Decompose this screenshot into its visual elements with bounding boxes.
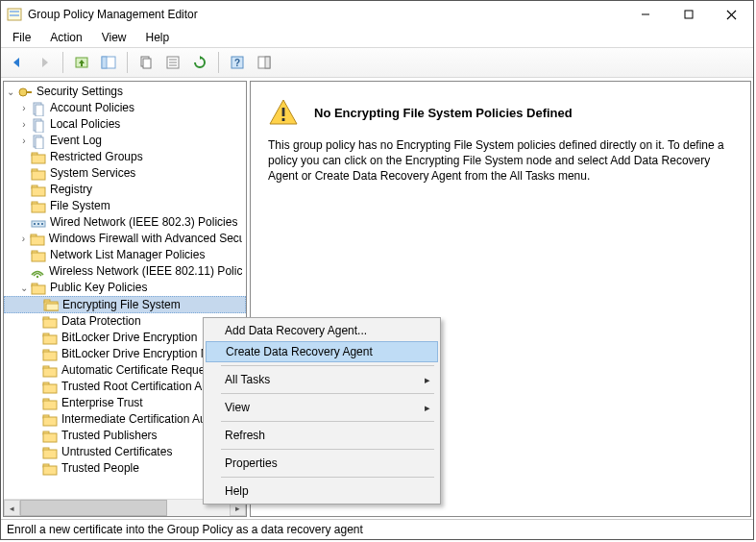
svg-rect-19	[265, 57, 270, 68]
cm-refresh[interactable]: Refresh	[206, 425, 438, 446]
svg-point-20	[19, 88, 27, 96]
tree-item[interactable]: ›Event Log	[4, 133, 246, 149]
collapse-icon[interactable]: ⌄	[17, 280, 31, 296]
svg-rect-38	[37, 223, 39, 225]
titlebar: Group Policy Management Editor	[1, 1, 753, 28]
tree-root[interactable]: ⌄ Security Settings	[4, 84, 246, 100]
svg-rect-27	[36, 137, 43, 149]
cm-separator	[221, 421, 434, 422]
policy-icon	[31, 134, 46, 149]
svg-rect-41	[31, 236, 44, 245]
svg-rect-65	[43, 433, 57, 442]
svg-rect-51	[43, 319, 57, 328]
tree-item[interactable]: ›Restricted Groups	[4, 149, 246, 165]
svg-rect-70	[282, 108, 285, 116]
close-button[interactable]	[710, 1, 753, 28]
menu-action[interactable]: Action	[42, 29, 89, 46]
folder-icon	[42, 461, 58, 477]
folder-icon	[31, 281, 46, 296]
content-title: No Encrypting File System Policies Defin…	[314, 106, 573, 120]
tree-item[interactable]: ›Account Policies	[4, 100, 246, 116]
tree-item-efs[interactable]: Encrypting File System	[4, 296, 246, 313]
svg-rect-69	[43, 466, 57, 475]
cm-create-data-recovery-agent[interactable]: Create Data Recovery Agent	[206, 341, 438, 362]
expand-icon[interactable]: ›	[17, 231, 30, 247]
cm-separator	[221, 449, 434, 450]
up-button[interactable]	[69, 50, 94, 75]
scroll-track[interactable]	[20, 500, 230, 516]
refresh-button[interactable]	[187, 50, 212, 75]
svg-rect-59	[43, 384, 57, 393]
folder-icon	[42, 380, 58, 395]
folder-icon	[31, 199, 46, 214]
svg-rect-23	[36, 105, 43, 116]
menu-file[interactable]: File	[5, 29, 38, 46]
back-button[interactable]	[5, 50, 30, 75]
folder-icon	[31, 248, 46, 263]
expand-icon[interactable]: ›	[17, 100, 31, 116]
tree-item[interactable]: ›Wireless Network (IEEE 802.11) Policies	[4, 263, 246, 280]
menubar: File Action View Help	[1, 28, 753, 47]
svg-rect-33	[32, 187, 45, 196]
svg-rect-4	[685, 11, 693, 18]
svg-rect-71	[282, 118, 285, 121]
tree-item[interactable]: ›System Services	[4, 165, 246, 182]
properties-button[interactable]	[160, 50, 185, 75]
menu-view[interactable]: View	[94, 29, 134, 46]
scroll-thumb[interactable]	[20, 500, 167, 516]
svg-rect-57	[43, 368, 57, 377]
svg-rect-1	[10, 11, 19, 12]
collapse-icon[interactable]: ⌄	[4, 84, 17, 100]
cm-help[interactable]: Help	[206, 480, 438, 502]
svg-rect-35	[32, 204, 45, 212]
folder-icon	[42, 363, 58, 379]
policy-icon	[31, 117, 46, 133]
tree-item[interactable]: ›Wired Network (IEEE 802.3) Policies	[4, 214, 246, 231]
copy-button[interactable]	[134, 50, 159, 75]
show-hide-tree-button[interactable]	[96, 50, 121, 75]
cm-view[interactable]: View	[206, 397, 438, 418]
folder-open-icon	[43, 297, 59, 312]
expand-icon[interactable]: ›	[17, 116, 31, 133]
cm-separator	[221, 393, 434, 394]
svg-rect-63	[43, 417, 57, 426]
forward-button[interactable]	[32, 50, 57, 75]
folder-icon	[31, 166, 46, 182]
tree-item[interactable]: ›Registry	[4, 182, 246, 198]
folder-icon	[42, 445, 58, 460]
tree-item[interactable]: ›Windows Firewall with Advanced Security	[4, 231, 246, 247]
cm-add-data-recovery-agent[interactable]: Add Data Recovery Agent...	[206, 320, 438, 341]
tree-item[interactable]: ›Local Policies	[4, 116, 246, 133]
svg-rect-49	[46, 304, 59, 310]
svg-rect-11	[143, 59, 151, 68]
help-button[interactable]: ?	[225, 50, 250, 75]
folder-icon	[31, 150, 46, 165]
maximize-button[interactable]	[667, 1, 710, 28]
context-menu: Add Data Recovery Agent... Create Data R…	[203, 317, 441, 505]
svg-rect-25	[36, 121, 43, 133]
policy-icon	[31, 101, 46, 116]
svg-rect-43	[32, 253, 45, 261]
svg-rect-67	[43, 450, 57, 458]
tree-item[interactable]: ›Network List Manager Policies	[4, 247, 246, 263]
expand-icon[interactable]: ›	[17, 133, 31, 149]
svg-rect-39	[41, 223, 43, 225]
svg-rect-21	[26, 91, 32, 93]
svg-rect-61	[43, 401, 57, 409]
cm-separator	[221, 477, 434, 478]
cm-properties[interactable]: Properties	[206, 453, 438, 474]
tree-item-public-key[interactable]: ⌄Public Key Policies	[4, 280, 246, 296]
wireless-icon	[30, 264, 45, 280]
action-pane-button[interactable]	[252, 50, 277, 75]
svg-rect-53	[43, 335, 57, 344]
scroll-left-button[interactable]: ◂	[4, 500, 20, 516]
tree-item[interactable]: ›File System	[4, 198, 246, 214]
cm-all-tasks[interactable]: All Tasks	[206, 369, 438, 390]
svg-rect-55	[43, 352, 57, 360]
minimize-button[interactable]	[623, 1, 667, 28]
window-title: Group Policy Management Editor	[28, 8, 198, 21]
menu-help[interactable]: Help	[138, 29, 178, 46]
statusbar: Enroll a new certificate into the Group …	[1, 519, 753, 539]
folder-icon	[42, 429, 58, 444]
svg-rect-9	[102, 57, 107, 68]
